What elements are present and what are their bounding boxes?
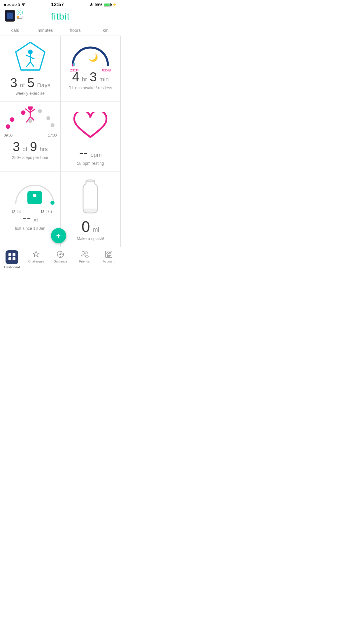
svg-point-17 xyxy=(28,106,33,110)
svg-rect-28 xyxy=(8,253,11,256)
device-widget: ((·)) xyxy=(5,10,23,22)
svg-line-39 xyxy=(60,253,62,254)
water-tile[interactable]: 0 ml Make a splash! xyxy=(61,172,121,247)
nav-account[interactable]: Account xyxy=(96,250,121,269)
dashboard-icon-bg xyxy=(6,250,18,264)
sub-nav-floors[interactable]: floors xyxy=(60,25,91,36)
sleep-visual: 🌙 23:34 03:48 xyxy=(70,43,111,66)
water-stat: 0 ml xyxy=(82,218,99,235)
svg-point-26 xyxy=(33,194,36,197)
exercise-stat: 3 of 5 Days xyxy=(10,76,50,90)
svg-point-13 xyxy=(38,109,42,113)
weight-sub: lost since 18 Jan xyxy=(15,226,45,231)
active-stat: 3 of 9 hrs xyxy=(13,140,48,154)
svg-point-41 xyxy=(85,252,87,254)
heartrate-stat: -- bpm xyxy=(79,146,102,160)
account-icon xyxy=(105,250,113,258)
svg-point-12 xyxy=(6,125,10,129)
heartrate-sub: 58 bpm resting xyxy=(77,161,104,166)
bottom-nav: Dashboard Challenges Guidance Friends xyxy=(0,247,121,274)
friends-icon xyxy=(80,250,89,258)
svg-point-40 xyxy=(82,251,85,254)
weight-visual: 12 9.9 13 13.4 xyxy=(11,176,49,209)
svg-rect-29 xyxy=(13,253,15,256)
svg-point-16 xyxy=(28,119,32,123)
water-sub: Make a splash! xyxy=(77,236,104,241)
sub-nav-cals[interactable]: cals xyxy=(0,25,30,36)
sub-nav-minutes[interactable]: minutes xyxy=(30,25,61,36)
signal-waves-icon: ((·)) xyxy=(16,10,23,15)
svg-point-15 xyxy=(50,123,54,127)
heart-rate-tile[interactable]: -- bpm 58 bpm resting xyxy=(61,102,121,172)
status-time: 12:57 xyxy=(51,2,64,8)
nav-dashboard[interactable]: Dashboard xyxy=(0,250,24,269)
svg-line-3 xyxy=(26,55,30,57)
challenges-icon xyxy=(32,250,40,258)
svg-line-6 xyxy=(30,62,34,66)
sleep-times: 23:34 03:48 xyxy=(70,68,111,72)
battery-percent: 99% xyxy=(95,3,102,7)
svg-rect-30 xyxy=(8,257,11,260)
sub-nav-km[interactable]: km xyxy=(91,25,121,36)
nav-friends[interactable]: Friends xyxy=(72,250,96,269)
nav-dashboard-label: Dashboard xyxy=(4,265,20,269)
signal-dots xyxy=(4,4,17,6)
active-start-time: 09:00 xyxy=(4,133,13,137)
nav-challenges-label: Challenges xyxy=(28,260,44,263)
sleep-sub: 11 min awake / restless xyxy=(69,85,112,90)
nav-challenges[interactable]: Challenges xyxy=(24,250,48,269)
status-left: 3 xyxy=(4,3,26,7)
svg-point-43 xyxy=(107,253,108,254)
battery-icon xyxy=(104,3,111,6)
dashboard-icon xyxy=(8,253,16,261)
svg-text:🌙: 🌙 xyxy=(89,53,98,62)
sub-nav[interactable]: cals minutes floors km xyxy=(0,25,121,36)
nav-friends-label: Friends xyxy=(79,260,90,263)
svg-rect-27 xyxy=(87,180,94,182)
svg-rect-25 xyxy=(27,191,42,204)
svg-point-1 xyxy=(28,50,33,54)
carrier: 3 xyxy=(18,3,20,7)
fab-container: + xyxy=(51,228,66,243)
water-visual xyxy=(77,179,103,216)
app-header: ((·)) fitbit xyxy=(0,9,121,25)
active-sub: 250+ steps per hour xyxy=(12,155,48,160)
svg-rect-8 xyxy=(73,63,75,66)
charging-bolt: ⚡ xyxy=(112,3,117,7)
svg-line-4 xyxy=(30,57,34,59)
wifi-icon xyxy=(21,3,26,6)
svg-marker-32 xyxy=(33,251,39,257)
nav-account-label: Account xyxy=(103,260,115,263)
device-battery-icon xyxy=(17,16,22,19)
svg-point-24 xyxy=(50,201,55,205)
guidance-icon xyxy=(56,250,64,258)
dashboard-grid: 3 of 5 Days weekly exercise 🌙 23:34 03:4… xyxy=(0,36,121,247)
exercise-sub: weekly exercise xyxy=(16,91,45,96)
nav-guidance[interactable]: Guidance xyxy=(48,250,73,269)
active-end-time: 17:00 xyxy=(48,133,57,137)
status-right: 99% ⚡ xyxy=(89,3,117,7)
exercise-visual xyxy=(13,41,48,73)
status-bar: 3 12:57 99% ⚡ xyxy=(0,0,121,9)
sleep-tile[interactable]: 🌙 23:34 03:48 4 hr 3 min 11 min awake / … xyxy=(61,36,121,102)
svg-point-11 xyxy=(10,118,14,122)
svg-point-14 xyxy=(46,116,50,120)
weight-labels: 12 9.9 13 13.4 xyxy=(11,210,52,214)
active-hours-tile[interactable]: 09:00 17:00 xyxy=(0,102,61,172)
exercise-tile[interactable]: 3 of 5 Days weekly exercise xyxy=(0,36,61,102)
watch-icon xyxy=(5,10,15,22)
app-title: fitbit xyxy=(51,11,70,22)
svg-line-5 xyxy=(26,62,30,67)
svg-rect-31 xyxy=(13,257,15,260)
add-button[interactable]: + xyxy=(51,228,66,243)
svg-point-10 xyxy=(21,111,25,115)
nav-guidance-label: Guidance xyxy=(53,260,67,263)
heart-visual xyxy=(73,112,108,143)
weight-tile[interactable]: 12 9.9 13 13.4 -- st lost since 18 Jan + xyxy=(0,172,61,247)
active-hours-dots xyxy=(4,106,57,133)
bluetooth-icon xyxy=(89,3,93,7)
